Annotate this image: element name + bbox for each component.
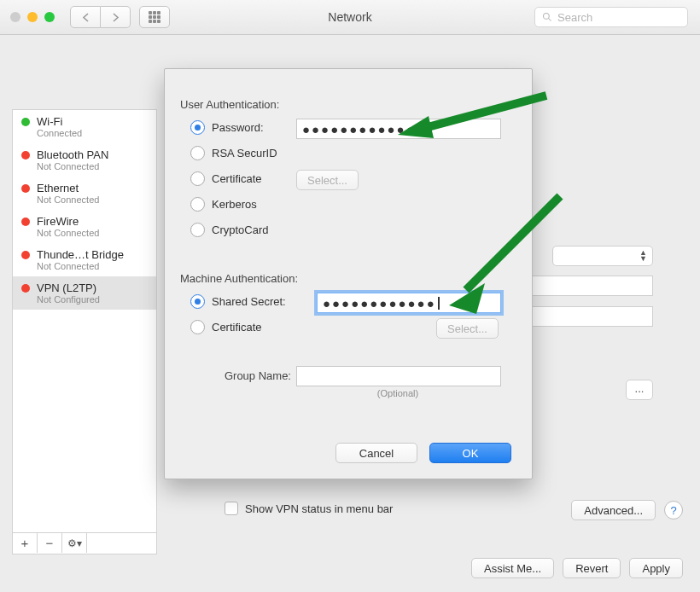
- sidebar-item-bluetooth-pan[interactable]: Bluetooth PANNot Connected: [13, 143, 156, 177]
- sidebar-item-firewire[interactable]: FireWireNot Connected: [13, 210, 156, 243]
- show-vpn-status-row: Show VPN status in menu bar: [225, 502, 393, 515]
- machine-auth-cert-row: Certificate: [190, 320, 262, 334]
- service-status: Not Connected: [37, 194, 99, 205]
- background-popup[interactable]: ▲▼: [552, 246, 653, 266]
- sheet-buttons: Cancel OK: [335, 443, 511, 463]
- crypto-radio-label: CryptoCard: [212, 223, 268, 236]
- apply-button[interactable]: Apply: [629, 558, 683, 578]
- help-button[interactable]: ?: [664, 501, 683, 519]
- service-name: Ethernet: [37, 182, 99, 194]
- service-name: FireWire: [37, 215, 99, 228]
- user-auth-rsa-row: RSA SecurID: [190, 146, 277, 160]
- sidebar-item-thunde-t-bridge[interactable]: Thunde…t BridgeNot Connected: [13, 243, 156, 276]
- group-name-input[interactable]: [296, 366, 501, 386]
- advanced-row: Advanced... ?: [571, 500, 683, 520]
- user-auth-cert-row: Certificate: [190, 171, 262, 186]
- password-value: ●●●●●●●●●●●●: [302, 122, 416, 136]
- machine-auth-heading: Machine Authentication:: [180, 272, 298, 285]
- shared-secret-radio-label: Shared Secret:: [212, 295, 286, 308]
- overflow-button[interactable]: ...: [626, 380, 653, 400]
- user-auth-kerberos-row: Kerberos: [190, 197, 257, 212]
- user-auth-heading: User Authentication:: [180, 98, 279, 111]
- service-name: Thunde…t Bridge: [37, 248, 124, 261]
- titlebar: Network Search: [0, 0, 700, 35]
- shared-secret-value: ●●●●●●●●●●●●: [323, 296, 436, 311]
- service-status: Not Connected: [37, 161, 108, 171]
- status-dot-icon: [21, 184, 30, 193]
- group-name-hint: (Optional): [296, 388, 499, 398]
- revert-button[interactable]: Revert: [563, 558, 621, 578]
- user-cert-radio[interactable]: [190, 171, 205, 186]
- advanced-button[interactable]: Advanced...: [571, 500, 656, 520]
- machine-cert-radio-label: Certificate: [212, 321, 262, 334]
- user-auth-crypto-row: CryptoCard: [190, 223, 268, 237]
- search-icon: [542, 12, 552, 22]
- services-list: Wi-FiConnectedBluetooth PANNot Connected…: [13, 110, 156, 310]
- svg-line-1: [549, 19, 551, 21]
- service-status: Not Connected: [37, 228, 99, 238]
- service-name: Wi-Fi: [37, 115, 82, 128]
- search-placeholder: Search: [557, 11, 592, 24]
- show-vpn-status-checkbox[interactable]: [225, 502, 238, 515]
- service-name: VPN (L2TP): [37, 281, 100, 294]
- shared-secret-radio[interactable]: [190, 294, 205, 309]
- services-sidebar: Wi-FiConnectedBluetooth PANNot Connected…: [12, 109, 157, 554]
- network-preferences-window: Network Search Wi-FiConnectedBluetooth P…: [0, 0, 700, 592]
- machine-cert-radio[interactable]: [190, 320, 205, 334]
- password-radio[interactable]: [190, 120, 205, 135]
- status-dot-icon: [21, 284, 30, 293]
- status-dot-icon: [21, 218, 30, 226]
- svg-point-0: [544, 14, 550, 20]
- sidebar-item-vpn-l2tp-[interactable]: VPN (L2TP)Not Configured: [13, 276, 156, 310]
- group-name-label: Group Name:: [214, 369, 291, 382]
- service-status: Not Connected: [37, 261, 124, 271]
- rsa-radio[interactable]: [190, 146, 205, 160]
- rsa-radio-label: RSA SecurID: [212, 147, 277, 160]
- user-auth-password-row: Password:: [190, 120, 264, 135]
- password-input[interactable]: ●●●●●●●●●●●●: [296, 119, 501, 139]
- sidebar-item-wi-fi[interactable]: Wi-FiConnected: [13, 110, 156, 143]
- machine-cert-select-button[interactable]: Select...: [436, 318, 499, 339]
- service-status: Not Configured: [37, 294, 100, 305]
- status-dot-icon: [21, 151, 30, 160]
- kerberos-radio-label: Kerberos: [212, 198, 257, 211]
- kerberos-radio[interactable]: [190, 197, 205, 212]
- status-dot-icon: [21, 251, 30, 259]
- shared-secret-input[interactable]: ●●●●●●●●●●●●: [317, 293, 501, 313]
- show-vpn-status-label: Show VPN status in menu bar: [245, 502, 393, 515]
- user-cert-select-button[interactable]: Select...: [296, 170, 359, 190]
- machine-auth-shared-row: Shared Secret:: [190, 294, 286, 309]
- text-caret-icon: [438, 297, 440, 310]
- password-radio-label: Password:: [212, 121, 264, 134]
- user-cert-radio-label: Certificate: [212, 172, 262, 185]
- chevron-updown-icon: ▲▼: [639, 250, 647, 262]
- service-status: Connected: [37, 128, 82, 138]
- crypto-radio[interactable]: [190, 223, 205, 237]
- content-area: Wi-FiConnectedBluetooth PANNot Connected…: [0, 34, 700, 592]
- sidebar-item-ethernet[interactable]: EthernetNot Connected: [13, 177, 156, 210]
- authentication-sheet: User Authentication: Password: ●●●●●●●●●…: [164, 68, 533, 479]
- service-name: Bluetooth PAN: [37, 148, 108, 161]
- assist-me-button[interactable]: Assist Me...: [471, 558, 554, 578]
- cancel-button[interactable]: Cancel: [335, 443, 417, 463]
- ok-button[interactable]: OK: [429, 443, 511, 463]
- search-input[interactable]: Search: [534, 7, 688, 27]
- status-dot-icon: [21, 118, 30, 126]
- bottom-bar: Assist Me... Revert Apply: [0, 544, 700, 592]
